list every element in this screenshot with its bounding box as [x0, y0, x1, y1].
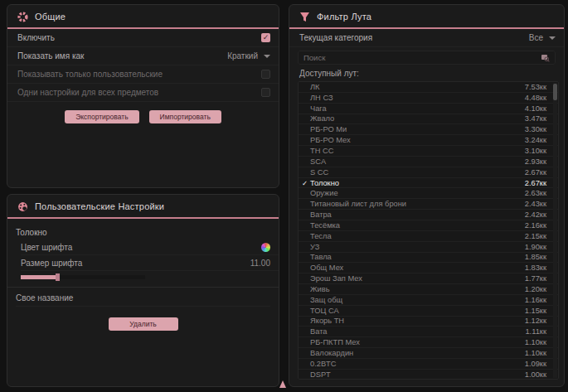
loot-item-row[interactable]: Эрош Зап Мех1.77кк — [299, 273, 558, 284]
available-loot-label: Доступный лут: — [299, 69, 554, 78]
loot-item-name: Эрош Зап Мех — [310, 274, 525, 283]
loot-rows: ЛК7.53ккЛН СЗ4.48ккЧага4.10ккЖвало3.47кк… — [299, 82, 558, 380]
export-button[interactable]: Экспортировать — [65, 110, 138, 123]
import-export-row: Экспортировать Импортировать — [7, 110, 279, 123]
loot-item-row[interactable]: 0.2BTC1.09кк — [299, 359, 558, 370]
loot-item-row[interactable]: Общ Мех1.83кк — [299, 263, 558, 273]
loot-item-value: 1.83кк — [525, 264, 546, 272]
search-box[interactable] — [298, 51, 556, 65]
loot-item-row[interactable]: Ватра2.42кк — [299, 210, 558, 220]
loot-item-name: Ватра — [310, 211, 525, 219]
loot-item-value: 1.16кк — [525, 296, 546, 304]
loot-item-row[interactable]: Якорь ТН1.12кк — [299, 317, 558, 327]
loot-item-row[interactable]: Тесёмка2.16кк — [299, 220, 558, 231]
loot-item-name: Чага — [310, 104, 525, 113]
loot-item-row[interactable]: Защ общ1.16кк — [299, 295, 558, 306]
checkbox-unchecked[interactable] — [261, 88, 270, 97]
general-panel-title: Общие — [35, 12, 66, 22]
category-label: Текущая категория — [299, 33, 372, 42]
scrollbar[interactable] — [553, 83, 557, 378]
loot-item-row[interactable]: Тесла2.15кк — [299, 231, 558, 242]
palette-icon — [17, 201, 28, 212]
loot-item-row[interactable]: УЗ1.90кк — [299, 242, 558, 253]
loot-item-row[interactable]: Валокардин1.10кк — [299, 348, 558, 359]
slider-fill — [21, 275, 57, 279]
category-value: Все — [529, 33, 543, 42]
loot-item-name: Толокно — [310, 179, 525, 187]
custom-panel-header: Пользовательские Настройки — [7, 195, 279, 217]
settings-row-label: Показывать только пользовательские — [17, 70, 163, 79]
loot-item-name: DSPT — [310, 370, 525, 379]
loot-item-row[interactable]: SCA2.93кк — [299, 157, 558, 167]
divider — [7, 287, 279, 288]
funnel-icon — [299, 12, 310, 22]
loot-item-value: 2.67кк — [525, 179, 546, 187]
loot-item-value: 1.20кк — [525, 285, 546, 293]
selected-item-label: Толокно — [16, 228, 279, 237]
checkbox-checked[interactable]: ✓ — [261, 33, 270, 42]
loot-item-name: ТН СС — [310, 147, 525, 155]
search-input[interactable] — [303, 53, 541, 62]
loot-item-name: Титановый лист для брони — [310, 200, 525, 208]
loot-item-row[interactable]: ЛН СЗ4.48кк — [299, 93, 558, 104]
font-size-row: Размер шрифта 11.00 — [21, 255, 279, 271]
loot-item-value: 3.24кк — [525, 136, 546, 144]
loot-item-name: SCA — [310, 157, 525, 166]
loot-item-row[interactable]: Жвало3.47кк — [299, 114, 558, 125]
loot-item-row[interactable]: ЛК7.53кк — [299, 82, 558, 93]
loot-item-name: Якорь ТН — [310, 317, 525, 325]
loot-item-value: 2.42кк — [525, 211, 546, 219]
loot-item-row[interactable]: Вата1.11кк — [299, 327, 558, 337]
loot-item-row[interactable]: Живь1.20кк — [299, 284, 558, 295]
loot-item-row[interactable]: S СС2.67кк — [299, 167, 558, 178]
loot-item-row[interactable]: РБ-ПКТП Мех1.10кк — [299, 337, 558, 348]
loot-item-name: РБ-РО Мех — [310, 136, 525, 144]
loot-item-name: Валокардин — [310, 349, 525, 357]
loot-item-row[interactable]: РБ-РО Ми3.30кк — [299, 124, 558, 135]
filter-panel-title: Фильтр Лута — [317, 12, 371, 22]
settings-row: Показывать только пользовательские — [7, 65, 279, 84]
delete-button[interactable]: Удалить — [109, 317, 178, 331]
loot-item-name: Тавла — [310, 253, 525, 261]
loot-item-value: 2.93кк — [525, 157, 546, 166]
search-icon[interactable] — [541, 53, 550, 62]
font-size-slider[interactable] — [21, 275, 145, 279]
loot-item-value: 2.16кк — [525, 221, 546, 230]
category-row: Текущая категория Все — [289, 29, 564, 47]
checkbox-unchecked[interactable] — [261, 70, 270, 79]
filter-panel-header: Фильтр Лута — [289, 5, 564, 27]
loot-item-row[interactable]: Тавла1.85кк — [299, 253, 558, 264]
loot-item-name: ЛК — [310, 83, 525, 91]
color-picker-icon[interactable] — [261, 243, 270, 252]
name-display-select[interactable]: Краткий — [227, 51, 270, 60]
loot-item-value: 3.10кк — [525, 147, 546, 155]
loot-item-row[interactable]: DSPT1.00кк — [299, 370, 558, 380]
custom-name-field[interactable]: Свое название — [16, 293, 73, 302]
category-select[interactable]: Все — [529, 33, 556, 42]
settings-row-label: Включить — [17, 33, 55, 42]
loot-item-row[interactable]: РБ-РО Мех3.24кк — [299, 135, 558, 146]
chevron-down-icon — [549, 36, 556, 40]
settings-row: Включить✓ — [7, 29, 279, 47]
loot-item-row[interactable]: ✓Толокно2.67кк — [299, 178, 558, 189]
scrollbar-thumb[interactable] — [553, 84, 557, 100]
loot-item-value: 1.12кк — [525, 317, 546, 325]
settings-row: Одни настройки для всех предметов — [7, 84, 279, 102]
loot-item-value: 1.09кк — [525, 360, 546, 368]
loot-item-row[interactable]: ТОЦ СА1.15кк — [299, 306, 558, 317]
loot-item-name: S СС — [310, 168, 525, 177]
loot-item-row[interactable]: Оружие2.63кк — [299, 188, 558, 199]
custom-name-row[interactable]: Свое название — [16, 289, 270, 307]
loot-item-value: 1.85кк — [525, 253, 546, 261]
general-panel-header: Общие — [7, 5, 279, 27]
loot-item-row[interactable]: Чага4.10кк — [299, 104, 558, 114]
loot-item-row[interactable]: ТН СС3.10кк — [299, 146, 558, 157]
slider-handle[interactable] — [56, 273, 60, 281]
loot-item-row[interactable]: Титановый лист для брони2.43кк — [299, 199, 558, 210]
header-underline — [7, 217, 279, 219]
import-button[interactable]: Импортировать — [149, 110, 221, 123]
loot-item-name: Живь — [310, 285, 525, 293]
general-settings-rows: Включить✓Показать имя какКраткийПоказыва… — [7, 29, 279, 102]
gear-icon — [17, 12, 28, 22]
loot-item-name: Общ Мех — [310, 264, 525, 272]
